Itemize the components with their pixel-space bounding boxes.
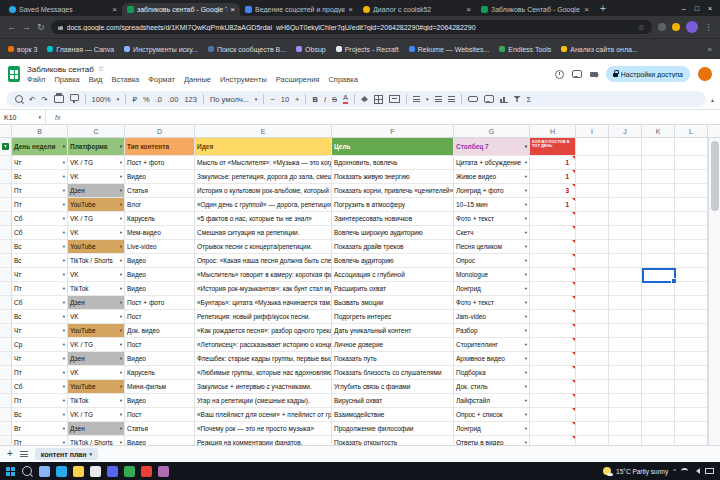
content-type-cell[interactable]: Видео: [125, 436, 195, 445]
reload-icon[interactable]: ↻: [37, 23, 45, 32]
text-wrap-icon[interactable]: [448, 96, 455, 102]
format-cell[interactable]: Разбор ▾: [454, 324, 530, 338]
platform-cell[interactable]: YouTube ▾: [68, 324, 125, 338]
vertical-scrollbar[interactable]: [708, 138, 720, 445]
dropdown-arrow-icon[interactable]: ▾: [62, 296, 65, 309]
dropdown-arrow-icon[interactable]: ▾: [119, 254, 122, 267]
doc-title[interactable]: Забликовь сентаб: [27, 65, 94, 74]
header-cell-goal[interactable]: Цель: [332, 138, 454, 156]
goal-cell[interactable]: Расширить охват: [332, 282, 454, 296]
menu-item[interactable]: Правка: [54, 75, 79, 84]
goal-cell[interactable]: Вдохновить, вовлечь: [332, 156, 454, 170]
empty-cell[interactable]: [609, 170, 642, 184]
empty-cell[interactable]: [576, 296, 609, 310]
empty-cell[interactable]: [609, 408, 642, 422]
platform-cell[interactable]: VK ▾: [68, 310, 125, 324]
menu-item[interactable]: Формат: [148, 75, 175, 84]
increase-font-button[interactable]: +: [295, 95, 299, 104]
idea-cell[interactable]: Закулисье: репетиция, дорога до зала, см…: [195, 170, 332, 184]
platform-cell[interactable]: Дзен ▾: [68, 352, 125, 366]
goal-cell[interactable]: Вовлечь широкую аудиторию: [332, 226, 454, 240]
bookmark-item[interactable]: ворк 3: [8, 46, 37, 53]
content-type-cell[interactable]: Статья: [125, 422, 195, 436]
goal-cell[interactable]: Показать драйв треков: [332, 240, 454, 254]
day-cell[interactable]: Сб ▾: [12, 380, 68, 394]
dropdown-arrow-icon[interactable]: ▾: [119, 394, 122, 407]
collapse-toolbar-icon[interactable]: ▴: [706, 96, 714, 103]
search-icon[interactable]: [15, 95, 23, 103]
empty-cell[interactable]: [675, 212, 708, 226]
dropdown-arrow-icon[interactable]: ▾: [524, 310, 527, 323]
hidden-icons-chevron[interactable]: ^: [673, 468, 676, 474]
day-cell[interactable]: Пт ▾: [12, 184, 68, 198]
format-cell[interactable]: Лонгрид + фото ▾: [454, 184, 530, 198]
column-header-C[interactable]: C: [68, 125, 125, 137]
taskbar-app-icon[interactable]: [56, 466, 67, 477]
column-header-J[interactable]: J: [609, 125, 642, 137]
row-header[interactable]: [0, 198, 12, 212]
dropdown-arrow-icon[interactable]: ▾: [524, 408, 527, 421]
count-cell[interactable]: [530, 310, 576, 324]
empty-cell[interactable]: [609, 380, 642, 394]
dropdown-arrow-icon[interactable]: ▾: [119, 352, 122, 365]
goal-cell[interactable]: Показать открытость: [332, 436, 454, 445]
count-cell[interactable]: [530, 394, 576, 408]
empty-cell[interactable]: [609, 212, 642, 226]
row-header[interactable]: [0, 170, 12, 184]
day-cell[interactable]: Чт ▾: [12, 324, 68, 338]
goal-cell[interactable]: Показать близость со слушателями: [332, 366, 454, 380]
dropdown-arrow-icon[interactable]: ▾: [119, 422, 122, 435]
dropdown-arrow-icon[interactable]: ▾: [62, 198, 65, 211]
content-type-cell[interactable]: Пост: [125, 338, 195, 352]
row-header[interactable]: [0, 156, 12, 170]
day-cell[interactable]: Пт ▾: [12, 198, 68, 212]
all-sheets-icon[interactable]: [20, 451, 28, 457]
select-all-corner[interactable]: [0, 125, 12, 137]
empty-cell[interactable]: [642, 366, 675, 380]
empty-cell[interactable]: [675, 436, 708, 445]
header-cell-count[interactable]: КОЛ-ВО ПОСТОВ В ТОТ ДЕНЬ: [530, 138, 576, 156]
empty-cell[interactable]: [576, 422, 609, 436]
dropdown-arrow-icon[interactable]: ▾: [524, 436, 527, 445]
count-cell[interactable]: [530, 352, 576, 366]
count-cell[interactable]: [530, 422, 576, 436]
format-cell[interactable]: Цитата + обсуждение ▾: [454, 156, 530, 170]
menu-item[interactable]: Инструменты: [220, 75, 267, 84]
empty-cell[interactable]: [576, 198, 609, 212]
empty-cell[interactable]: [675, 254, 708, 268]
dropdown-arrow-icon[interactable]: ▾: [524, 352, 527, 365]
idea-cell[interactable]: «История рок-музыкантов»: как бунт стал …: [195, 282, 332, 296]
empty-cell[interactable]: [642, 240, 675, 254]
day-cell[interactable]: Сб ▾: [12, 212, 68, 226]
count-cell[interactable]: [530, 212, 576, 226]
column-header-L[interactable]: L: [675, 125, 708, 137]
dropdown-arrow-icon[interactable]: ▾: [62, 268, 65, 281]
empty-cell[interactable]: [609, 352, 642, 366]
goal-cell[interactable]: Показать живую энергию: [332, 170, 454, 184]
redo-icon[interactable]: ↷: [41, 95, 47, 104]
dropdown-arrow-icon[interactable]: ▾: [62, 156, 65, 169]
row-header[interactable]: [0, 240, 12, 254]
star-icon[interactable]: ☆: [98, 65, 104, 73]
tab-close-icon[interactable]: ×: [112, 6, 117, 14]
dropdown-arrow-icon[interactable]: ▾: [524, 380, 527, 393]
horizontal-align-icon[interactable]: [413, 96, 420, 102]
row-header[interactable]: [0, 408, 12, 422]
dropdown-arrow-icon[interactable]: ▾: [62, 422, 65, 435]
browser-tab[interactable]: Забликовь Сентаб - Google Та... ×: [476, 3, 594, 16]
empty-cell[interactable]: [576, 366, 609, 380]
content-type-cell[interactable]: Пост + фото: [125, 296, 195, 310]
dropdown-arrow-icon[interactable]: ▾: [524, 240, 527, 253]
dropdown-arrow-icon[interactable]: ▾: [62, 310, 65, 323]
empty-cell[interactable]: [642, 198, 675, 212]
day-cell[interactable]: Чт ▾: [12, 156, 68, 170]
taskbar-app-icon[interactable]: [73, 466, 84, 477]
header-cell-idea[interactable]: Идея: [195, 138, 332, 156]
empty-cell[interactable]: [642, 436, 675, 445]
taskbar-app-icon[interactable]: [39, 466, 50, 477]
paint-format-icon[interactable]: [70, 94, 79, 101]
count-cell[interactable]: 1: [530, 170, 576, 184]
empty-cell[interactable]: [609, 436, 642, 445]
idea-cell[interactable]: История о культовом рок-альбоме, который…: [195, 184, 332, 198]
empty-cell[interactable]: [675, 268, 708, 282]
